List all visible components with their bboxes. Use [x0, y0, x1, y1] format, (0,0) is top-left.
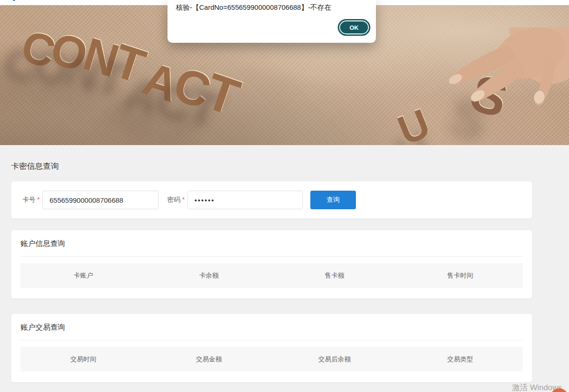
query-button[interactable]: 查询 — [310, 191, 356, 209]
required-mark: * — [37, 196, 40, 203]
transactions-title: 账户交易查询 — [20, 323, 523, 332]
alert-message: 核验-【CardNo=6556599000008706688】-不存在 — [176, 3, 331, 12]
card-transactions: 账户交易查询 交易时间 交易金额 交易后余额 交易类型 — [11, 314, 532, 382]
divider — [20, 340, 523, 340]
column-header: 卡余额 — [146, 272, 272, 280]
brand[interactable]: 新天支付 — [7, 0, 55, 2]
column-header: 售卡额 — [272, 272, 397, 280]
account-info-table-header: 卡账户 卡余额 售卡额 售卡时间 — [20, 263, 523, 288]
banner-letter-u: U — [393, 102, 435, 145]
password-input[interactable] — [187, 191, 303, 209]
column-header: 交易后余额 — [272, 355, 397, 364]
column-header: 交易金额 — [146, 355, 272, 364]
card-account-info: 账户信息查询 卡账户 卡余额 售卡额 售卡时间 — [11, 230, 532, 299]
alert-ok-button[interactable]: OK — [338, 19, 370, 36]
main-content: 卡密信息查询 卡号* 密码* 查询 账户信息查询 卡账户 卡余额 售卡额 售卡时… — [11, 145, 532, 382]
password-label: 密码* — [167, 196, 184, 204]
column-header: 卡账户 — [20, 272, 146, 280]
divider — [20, 256, 523, 257]
column-header: 售卡时间 — [397, 272, 523, 280]
column-header: 交易类型 — [397, 355, 523, 364]
card-no-input[interactable] — [42, 191, 159, 209]
brand-logo-icon — [7, 0, 21, 2]
required-mark: * — [182, 196, 184, 203]
column-header: 交易时间 — [20, 355, 146, 364]
page-title: 卡密信息查询 — [11, 161, 532, 172]
alert-dialog: 核验-【CardNo=6556599000008706688】-不存在 OK — [167, 0, 376, 43]
hand-photo — [440, 27, 569, 120]
card-no-label: 卡号* — [22, 196, 40, 204]
transactions-table-header: 交易时间 交易金额 交易后余额 交易类型 — [20, 347, 523, 372]
card-query-form: 卡号* 密码* 查询 — [11, 181, 532, 219]
account-info-title: 账户信息查询 — [20, 239, 523, 249]
